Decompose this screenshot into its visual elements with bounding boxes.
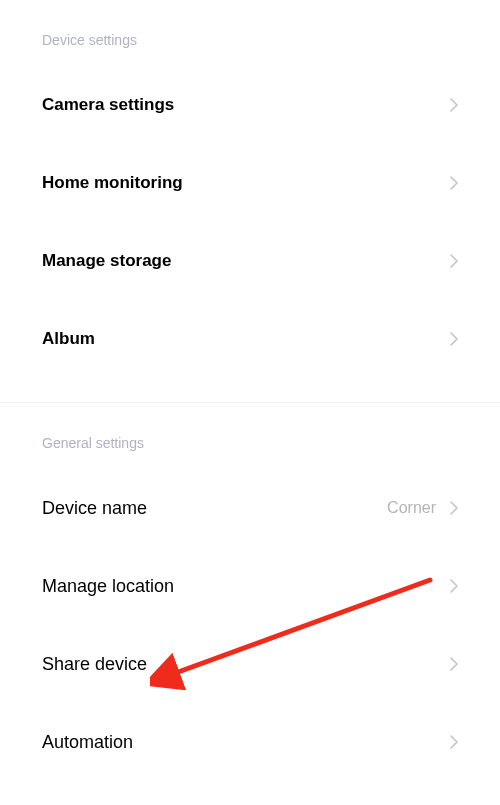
row-label: Device name: [42, 498, 147, 519]
row-label: Manage location: [42, 576, 174, 597]
row-right: [450, 657, 458, 671]
row-right: [450, 332, 458, 346]
chevron-right-icon: [450, 332, 458, 346]
chevron-right-icon: [450, 176, 458, 190]
automation-row[interactable]: Automation: [0, 703, 500, 781]
row-label: Home monitoring: [42, 173, 183, 193]
device-name-row[interactable]: Device name Corner: [0, 469, 500, 547]
row-right: [450, 254, 458, 268]
chevron-right-icon: [450, 254, 458, 268]
row-label: Automation: [42, 732, 133, 753]
row-label: Album: [42, 329, 95, 349]
row-right: [450, 98, 458, 112]
chevron-right-icon: [450, 735, 458, 749]
chevron-right-icon: [450, 501, 458, 515]
row-value: Corner: [387, 499, 436, 517]
general-settings-header: General settings: [0, 403, 500, 469]
row-right: [450, 176, 458, 190]
camera-settings-row[interactable]: Camera settings: [0, 66, 500, 144]
album-row[interactable]: Album: [0, 300, 500, 378]
manage-storage-row[interactable]: Manage storage: [0, 222, 500, 300]
row-label: Share device: [42, 654, 147, 675]
row-label: Manage storage: [42, 251, 171, 271]
row-right: [450, 579, 458, 593]
row-label: Camera settings: [42, 95, 174, 115]
row-right: Corner: [387, 499, 458, 517]
chevron-right-icon: [450, 579, 458, 593]
chevron-right-icon: [450, 657, 458, 671]
row-right: [450, 735, 458, 749]
share-device-row[interactable]: Share device: [0, 625, 500, 703]
chevron-right-icon: [450, 98, 458, 112]
home-monitoring-row[interactable]: Home monitoring: [0, 144, 500, 222]
manage-location-row[interactable]: Manage location: [0, 547, 500, 625]
device-settings-header: Device settings: [0, 0, 500, 66]
